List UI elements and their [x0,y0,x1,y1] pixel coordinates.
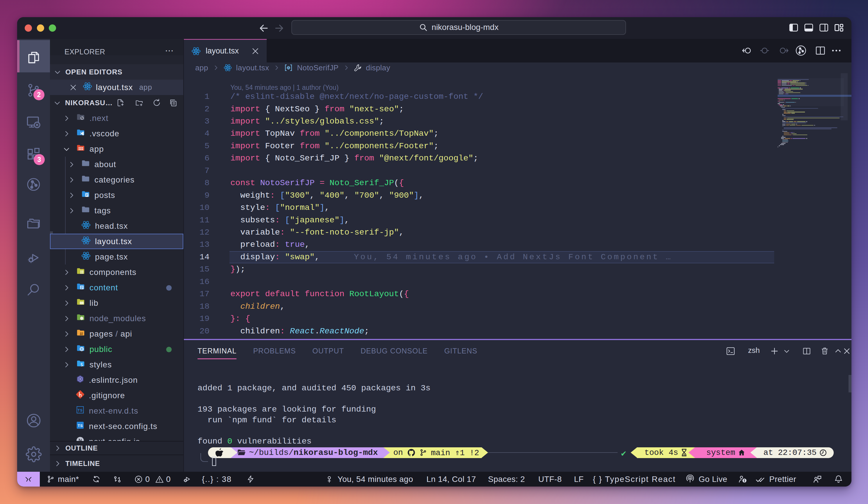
svg-text:TS: TS [78,409,83,412]
svg-text:TS: TS [78,424,83,428]
